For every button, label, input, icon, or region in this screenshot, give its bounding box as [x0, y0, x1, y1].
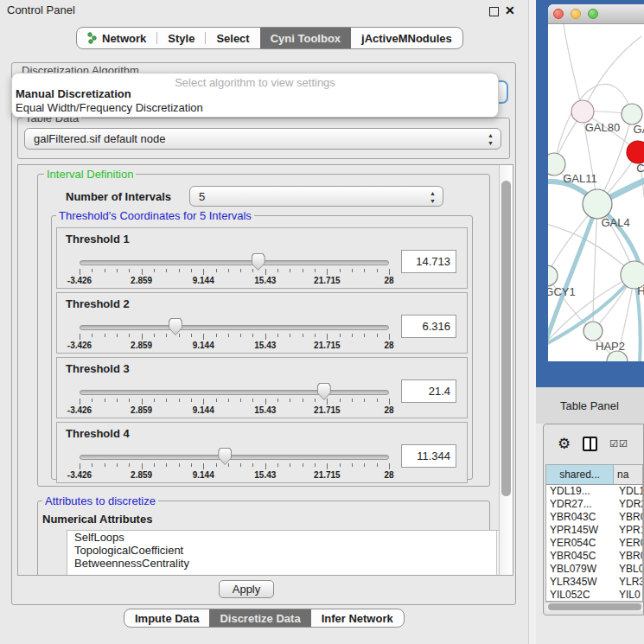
slider-tick-marks [80, 269, 389, 276]
table-row[interactable]: YIL052CYIL0 [546, 589, 642, 602]
tab-label: jActiveMNodules [361, 32, 452, 45]
threshold-panel-2: Threshold 2-3.4262.8599.14415.4321.71528… [56, 292, 468, 354]
checkboxes-icon[interactable]: ☑☑ [609, 438, 628, 450]
node-attribute-table[interactable]: shared... na YDL19...YDL1YDR27...YDR2YBR… [545, 464, 643, 602]
num-intervals-combobox[interactable]: 5 ▲▼ [189, 186, 443, 207]
numerical-attributes-list[interactable]: SelfLoopsTopologicalCoefficientBetweenne… [67, 530, 511, 576]
tab-style[interactable]: Style [157, 28, 205, 48]
table-cell-shared-name: YLR345W [546, 576, 614, 589]
close-traffic-light-icon[interactable] [553, 9, 564, 19]
attribute-list-item[interactable]: BetweennessCentrality [67, 557, 510, 570]
slider-tick-labels: -3.4262.8599.14415.4321.71528 [80, 276, 389, 286]
table-row[interactable]: YBL079WYBL0 [546, 563, 642, 576]
attributes-group-title: Attributes to discretize [42, 494, 158, 507]
table-cell-name: YIL0 [614, 589, 642, 602]
close-icon[interactable]: ✕ [505, 3, 515, 17]
table-panel-title: Table Panel [560, 399, 619, 412]
slider-tick-labels: -3.4262.8599.14415.4321.71528 [80, 341, 389, 351]
tab-select[interactable]: Select [206, 28, 259, 48]
threshold-value-field[interactable]: 11.344 [401, 444, 456, 468]
attribute-list-item[interactable]: SelfLoops [67, 531, 510, 544]
network-node-label: H [637, 284, 644, 297]
threshold-slider-thumb[interactable] [317, 383, 331, 400]
table-panel-window: ⚙ ☑☑ shared... na YDL19...YDL1YDR27...YD… [543, 424, 644, 615]
threshold-label: Threshold 1 [66, 233, 130, 245]
table-row[interactable]: YBR045CYBR0 [546, 550, 642, 563]
threshold-slider-track[interactable] [80, 325, 389, 330]
tab-label: Style [168, 32, 194, 45]
network-node-label: GAL80 [585, 121, 620, 134]
settings-panel-scrollbar[interactable] [499, 165, 513, 575]
threshold-slider-thumb[interactable] [252, 253, 265, 271]
bottom-tab-discretize-data[interactable]: Discretize Data [209, 609, 310, 627]
interval-definition-group-title: Interval Definition [44, 168, 136, 181]
table-cell-shared-name: YDL19... [546, 485, 614, 498]
table-header-shared-name[interactable]: shared... [546, 465, 614, 484]
bottom-tab-infer-network[interactable]: Infer Network [311, 609, 404, 627]
apply-button[interactable]: Apply [219, 580, 274, 598]
network-icon [87, 32, 98, 44]
dropdown-option-manual-discretization[interactable]: Manual Discretization [12, 87, 498, 101]
table-cell-name: YLR3 [614, 576, 642, 589]
table-row[interactable]: YDL19...YDL1 [546, 485, 642, 498]
tab-jactivemnodules[interactable]: jActiveMNodules [351, 28, 462, 48]
table-panel-header-strip: Table Panel [536, 387, 644, 424]
network-graph: GAL80GAGAL11CGAL4GCY1HHAP2 [548, 24, 644, 361]
network-node-GAL4[interactable] [583, 189, 612, 219]
threshold-slider-track[interactable] [80, 455, 389, 460]
slider-tick-labels: -3.4262.8599.14415.4321.71528 [80, 470, 389, 481]
table-row[interactable]: YDR27...YDR2 [546, 498, 642, 511]
split-columns-icon[interactable] [583, 437, 597, 451]
table-row[interactable]: YPR145WYPR1 [546, 524, 642, 537]
float-window-icon[interactable] [489, 7, 499, 16]
spinner-arrows-icon: ▲▼ [430, 189, 436, 205]
tab-label: Impute Data [135, 612, 199, 625]
network-node-HAP2[interactable] [583, 322, 603, 341]
thresholds-group-title: Threshold's Coordinates for 5 Intervals [56, 209, 254, 222]
dropdown-option-equal-width-frequency[interactable]: Equal Width/Frequency Discretization [12, 101, 498, 115]
threshold-panel-1: Threshold 1-3.4262.8599.14415.4321.71528… [56, 227, 468, 289]
network-window-titlebar[interactable] [548, 4, 644, 24]
table-row[interactable]: YBR043CYBR0 [546, 511, 642, 524]
app-root: Control Panel ✕ NetworkStyleSelectCyni T… [0, 0, 644, 644]
algorithm-dropdown-popup: Select algorithm to view settings Manual… [11, 73, 499, 118]
tab-cyni-toolbox[interactable]: Cyni Toolbox [260, 28, 351, 48]
network-node-node-red[interactable] [627, 141, 644, 163]
num-intervals-label: Number of Intervals [66, 190, 171, 203]
network-node-label: GAL11 [563, 172, 597, 185]
network-node-GAL80[interactable] [571, 100, 594, 123]
table-cell-shared-name: YPR145W [546, 524, 614, 537]
threshold-value-field[interactable]: 21.4 [401, 379, 456, 403]
threshold-value-field[interactable]: 14.713 [401, 250, 456, 273]
threshold-label: Threshold 4 [66, 427, 130, 440]
tab-network[interactable]: Network [77, 28, 156, 48]
table-data-combobox[interactable]: galFiltered.sif default node ▲▼ [24, 128, 501, 150]
network-canvas[interactable]: GAL80GAGAL11CGAL4GCY1HHAP2 [548, 24, 644, 361]
bottom-tab-impute-data[interactable]: Impute Data [124, 609, 209, 627]
tab-label: Cyni Toolbox [271, 32, 341, 45]
threshold-slider-thumb[interactable] [218, 448, 232, 465]
minimize-traffic-light-icon[interactable] [571, 9, 581, 19]
table-row[interactable]: YER054CYER0 [546, 537, 642, 550]
threshold-label: Threshold 2 [66, 297, 130, 310]
network-node-node-top-right[interactable] [622, 104, 642, 124]
network-node-label: GAL4 [601, 216, 629, 229]
network-node-GCY1[interactable] [548, 265, 558, 286]
attribute-list-item[interactable]: TopologicalCoefficient [67, 544, 510, 557]
tab-label: Network [102, 32, 146, 45]
panel-splitter[interactable] [528, 0, 536, 644]
table-cell-name: YER0 [614, 537, 642, 550]
cyni-bottom-tabbar: Impute DataDiscretize DataInfer Network [124, 609, 405, 628]
threshold-slider-track[interactable] [80, 260, 389, 265]
table-row[interactable]: YLR345WYLR3 [546, 576, 642, 589]
threshold-value-field[interactable]: 6.316 [401, 315, 456, 338]
threshold-slider-track[interactable] [80, 390, 389, 395]
gear-icon[interactable]: ⚙ [558, 437, 571, 451]
zoom-traffic-light-icon[interactable] [588, 9, 598, 19]
table-horizontal-scrollbar[interactable] [545, 602, 643, 611]
tab-label: Discretize Data [220, 612, 300, 625]
table-header-name[interactable]: na [614, 465, 642, 484]
numerical-attributes-label: Numerical Attributes [42, 513, 152, 526]
threshold-slider-thumb[interactable] [169, 318, 182, 335]
network-window: GAL80GAGAL11CGAL4GCY1HHAP2 [548, 4, 644, 361]
